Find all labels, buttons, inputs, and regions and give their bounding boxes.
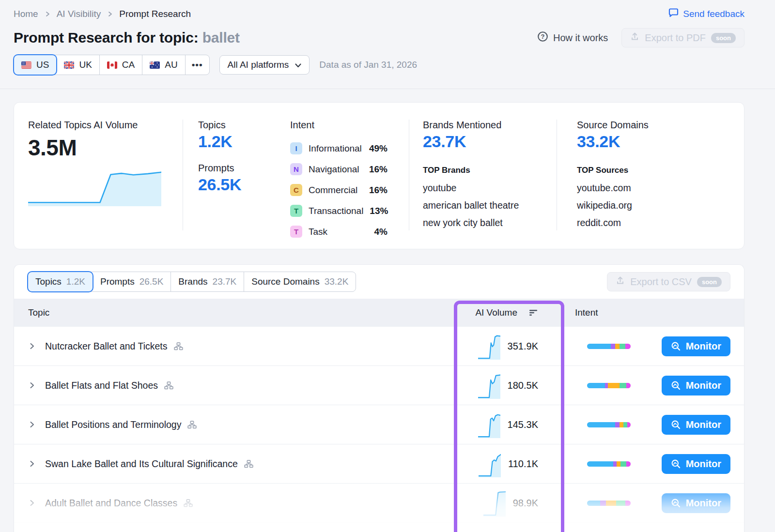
country-code-label: AU	[165, 60, 177, 70]
ai-volume-header-label: AI Volume	[475, 307, 517, 318]
intent-distribution-bar	[587, 501, 631, 506]
send-feedback-link[interactable]: Send feedback	[668, 8, 744, 20]
topic-name[interactable]: Nutcracker Ballet and Tickets	[45, 341, 168, 352]
export-pdf-button[interactable]: Export to PDF soon	[621, 28, 744, 47]
table-row: Adult Ballet and Dance Classes 98.9K Mon…	[14, 484, 744, 523]
feedback-bubble-icon	[668, 8, 679, 20]
source-domains-label: Source Domains	[577, 120, 744, 131]
breadcrumb-home[interactable]: Home	[14, 9, 38, 19]
brands-mentioned-label: Brands Mentioned	[423, 120, 557, 131]
export-csv-label: Export to CSV	[630, 276, 692, 288]
top-source-item: reddit.com	[577, 214, 744, 231]
how-it-works-link[interactable]: ? How it works	[537, 31, 608, 45]
page-title: Prompt Research for topic: ballet	[14, 30, 240, 46]
country-tab-ca[interactable]: CA	[99, 55, 142, 75]
chevron-down-icon	[295, 60, 301, 70]
commercial-badge: C	[290, 184, 302, 196]
brands-mentioned-block: Brands Mentioned 23.7K TOP Brands youtub…	[409, 120, 557, 230]
monitor-button[interactable]: Monitor	[662, 376, 730, 395]
intent-percent: 4%	[374, 227, 388, 237]
topbar: Home AI Visibility Prompt Research Send …	[14, 0, 744, 20]
soon-badge: soon	[711, 33, 736, 43]
topic-name[interactable]: Swan Lake Ballet and Its Cultural Signif…	[45, 458, 238, 470]
ai-volume-sparkline	[478, 333, 500, 360]
table-row: Ballet Positions and Terminology 145.3K …	[14, 405, 744, 444]
top-source-item: youtube.com	[577, 179, 744, 197]
intent-item: I Informational 49%	[290, 138, 388, 159]
topic-name[interactable]: Adult Ballet and Dance Classes	[45, 498, 177, 509]
country-tab-uk[interactable]: UK	[56, 55, 99, 75]
topic-name[interactable]: Ballet Positions and Terminology	[45, 419, 181, 430]
related-topics-label: Related Topics AI Volume	[28, 120, 183, 131]
breadcrumb-chevron-icon	[45, 11, 50, 17]
intent-item: T Transactional 13%	[290, 200, 388, 221]
tab-label: Brands	[178, 276, 207, 287]
intent-item: N Navigational 16%	[290, 159, 388, 180]
uk-flag-icon	[64, 61, 74, 69]
related-topics-volume-block: Related Topics AI Volume 3.5M	[14, 120, 183, 230]
tab-source-domains[interactable]: Source Domains 33.2K	[244, 272, 356, 291]
intent-name: Navigational	[309, 164, 363, 175]
topics-prompts-block: Topics 1.2K Prompts 26.5K	[183, 120, 277, 230]
breadcrumb-chevron-icon	[107, 11, 113, 17]
topic-hierarchy-icon[interactable]	[164, 381, 173, 390]
tab-count: 33.2K	[325, 276, 349, 287]
intent-percent: 49%	[369, 143, 388, 154]
country-tab-us[interactable]: US	[14, 55, 56, 75]
tab-topics[interactable]: Topics 1.2K	[28, 272, 93, 291]
send-feedback-label: Send feedback	[683, 9, 744, 19]
ai-volume-column-header[interactable]: AI Volume	[452, 307, 557, 318]
summary-card: Related Topics AI Volume 3.5M Topics 1.2…	[14, 102, 744, 249]
topic-hierarchy-icon[interactable]	[187, 421, 197, 429]
topic-hierarchy-icon[interactable]	[174, 342, 183, 350]
expand-chevron-icon[interactable]	[28, 460, 36, 468]
table-tab-group: Topics 1.2K Prompts 26.5K Brands 23.7K S…	[28, 272, 356, 292]
export-csv-button[interactable]: Export to CSV soon	[607, 272, 730, 291]
top-brand-item: new york city ballet	[423, 214, 557, 231]
topic-hierarchy-icon[interactable]	[184, 499, 193, 507]
expand-chevron-icon[interactable]	[28, 499, 36, 507]
ai-volume-value: 145.3K	[508, 419, 538, 430]
ai-platform-select-value: All AI platforms	[228, 60, 289, 70]
task-badge: T	[290, 226, 302, 238]
expand-chevron-icon[interactable]	[28, 342, 36, 350]
informational-badge: I	[290, 142, 302, 154]
expand-chevron-icon[interactable]	[28, 421, 36, 428]
intent-label: Intent	[290, 120, 388, 131]
upload-icon	[630, 32, 639, 44]
more-countries-button[interactable]: •••	[185, 55, 209, 75]
monitor-button[interactable]: Monitor	[662, 336, 730, 356]
country-selector: US UK CA AU •••	[14, 55, 210, 75]
soon-badge: soon	[697, 277, 722, 287]
breadcrumb-ai-visibility[interactable]: AI Visibility	[57, 9, 101, 19]
intent-name: Task	[309, 227, 368, 237]
table-row: Swan Lake Ballet and Its Cultural Signif…	[14, 444, 744, 484]
tab-label: Prompts	[100, 276, 135, 287]
navigational-badge: N	[290, 163, 302, 175]
intent-name: Transactional	[309, 206, 363, 216]
topic-hierarchy-icon[interactable]	[244, 460, 253, 468]
intent-item: C Commercial 16%	[290, 180, 388, 200]
question-circle-icon: ?	[537, 31, 548, 45]
intent-distribution-bar	[587, 422, 631, 427]
monitor-button[interactable]: Monitor	[662, 415, 730, 435]
intent-block: Intent I Informational 49% N Navigationa…	[277, 120, 409, 230]
monitor-button[interactable]: Monitor	[662, 493, 730, 513]
how-it-works-label: How it works	[553, 32, 608, 44]
intent-distribution-bar	[587, 383, 631, 388]
topics-table-card: Topics 1.2K Prompts 26.5K Brands 23.7K S…	[14, 264, 744, 532]
tab-label: Source Domains	[251, 276, 319, 287]
prompts-value: 26.5K	[198, 175, 277, 194]
topic-name[interactable]: Ballet Flats and Flat Shoes	[45, 380, 158, 391]
topic-value: ballet	[202, 30, 240, 46]
ai-volume-value: 98.9K	[513, 498, 538, 509]
expand-chevron-icon[interactable]	[28, 381, 36, 389]
ai-volume-sparkline	[479, 450, 501, 477]
country-tab-au[interactable]: AU	[142, 55, 185, 75]
tab-count: 26.5K	[140, 276, 164, 287]
header-divider	[0, 89, 775, 89]
monitor-button[interactable]: Monitor	[662, 454, 730, 474]
tab-prompts[interactable]: Prompts 26.5K	[93, 272, 170, 291]
tab-brands[interactable]: Brands 23.7K	[170, 272, 244, 291]
ai-platform-select[interactable]: All AI platforms	[219, 55, 310, 75]
